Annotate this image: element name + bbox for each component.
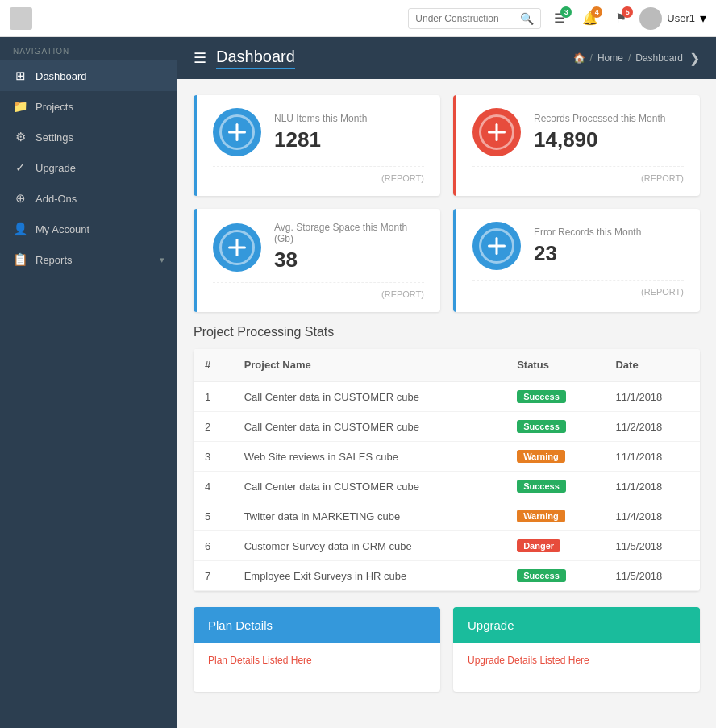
stat-card-nlu: NLU Items this Month 1281 (REPORT)	[194, 95, 440, 196]
status-badge: Success	[517, 480, 566, 493]
main-content: ☰ Dashboard 🏠 / Home / Dashboard ❯	[177, 37, 716, 728]
stat-card-body: Avg. Storage Space this Month (Gb) 38	[213, 222, 424, 272]
stat-icon-inner	[219, 230, 255, 265]
stat-value: 14,890	[534, 127, 684, 152]
row-status: Success	[506, 381, 604, 412]
row-num: 2	[194, 412, 233, 442]
stat-report-link[interactable]: (REPORT)	[213, 282, 424, 299]
row-status: Success	[506, 412, 604, 442]
sidebar-item-reports[interactable]: 📋 Reports ▾	[0, 244, 177, 275]
home-icon[interactable]: 🏠	[573, 52, 585, 64]
row-project-name: Web Site reviews in SALES cube	[233, 442, 506, 472]
sidebar: Navigation ⊞ Dashboard 📁 Projects ⚙ Sett…	[0, 37, 177, 728]
sidebar-item-myaccount[interactable]: 👤 My Account	[0, 214, 177, 244]
topbar-right: 🔍 ☰ 3 🔔 4 ⚑ 5 User1 ▾	[408, 6, 706, 31]
sidebar-item-projects[interactable]: 📁 Projects	[0, 91, 177, 122]
row-project-name: Employee Exit Surveys in HR cube	[233, 561, 506, 591]
plan-details-card: Plan Details Plan Details Listed Here	[194, 607, 440, 692]
stat-report-link[interactable]: (REPORT)	[213, 166, 424, 183]
stat-info-records: Records Processed this Month 14,890	[534, 113, 684, 152]
notification-badge-3: 5	[622, 6, 633, 18]
page-header-right: 🏠 / Home / Dashboard ❯	[573, 51, 700, 66]
col-project-name: Project Name	[233, 349, 506, 381]
stats-row-2: Avg. Storage Space this Month (Gb) 38 (R…	[194, 209, 700, 312]
toggle-sidebar-button[interactable]: ❯	[689, 51, 700, 66]
sidebar-item-label: Settings	[35, 131, 164, 144]
stat-icon-inner	[219, 114, 255, 150]
breadcrumb-home[interactable]: Home	[597, 52, 623, 64]
cross-icon	[228, 123, 246, 141]
stat-report-link[interactable]: (REPORT)	[472, 280, 684, 297]
row-date: 11/2/2018	[604, 412, 700, 442]
sidebar-nav-label: Navigation	[0, 37, 177, 60]
search-wrap[interactable]: 🔍	[408, 8, 541, 29]
stat-info-errors: Error Records this Month 23	[534, 227, 684, 266]
status-badge: Success	[517, 390, 566, 403]
sidebar-item-addons[interactable]: ⊕ Add-Ons	[0, 183, 177, 214]
table-row: 5Twitter data in MARKETING cubeWarning11…	[194, 501, 700, 531]
stat-value: 23	[534, 241, 684, 266]
page-title: Dashboard	[216, 48, 295, 69]
hamburger-menu[interactable]: ☰	[194, 49, 206, 67]
stat-card-body: Error Records this Month 23	[472, 222, 684, 270]
notification-btn-2[interactable]: 🔔 4	[578, 6, 602, 31]
upgrade-card: Upgrade Upgrade Details Listed Here	[453, 607, 700, 692]
project-stats-table-card: # Project Name Status Date 1Call Center …	[194, 349, 700, 591]
row-status: Warning	[506, 501, 604, 531]
stat-value: 38	[274, 248, 424, 272]
user-chevron-icon: ▾	[700, 10, 706, 26]
stat-icon-inner	[479, 114, 514, 150]
row-num: 7	[194, 561, 233, 591]
notification-btn-1[interactable]: ☰ 3	[547, 6, 572, 31]
settings-icon: ⚙	[13, 130, 27, 144]
dashboard-icon: ⊞	[13, 69, 27, 83]
row-status: Danger	[506, 531, 604, 561]
sidebar-item-dashboard[interactable]: ⊞ Dashboard	[0, 60, 177, 91]
cross-icon	[488, 237, 506, 255]
stat-report-link[interactable]: (REPORT)	[472, 166, 684, 183]
breadcrumb-sep: /	[590, 52, 593, 64]
upgrade-header: Upgrade	[453, 607, 700, 643]
user-menu[interactable]: User1 ▾	[639, 7, 706, 30]
sidebar-item-label: My Account	[35, 223, 164, 235]
row-project-name: Call Center data in CUSTOMER cube	[233, 381, 506, 412]
row-num: 5	[194, 501, 233, 531]
row-date: 11/1/2018	[604, 442, 700, 472]
row-date: 11/1/2018	[604, 472, 700, 501]
breadcrumb: 🏠 / Home / Dashboard	[573, 52, 683, 64]
status-badge: Danger	[517, 539, 560, 552]
sidebar-item-upgrade[interactable]: ✓ Upgrade	[0, 152, 177, 183]
dashboard-content: NLU Items this Month 1281 (REPORT)	[177, 79, 716, 728]
status-badge: Warning	[517, 510, 565, 522]
page-header: ☰ Dashboard 🏠 / Home / Dashboard ❯	[177, 37, 716, 79]
row-status: Success	[506, 561, 604, 591]
stat-card-storage: Avg. Storage Space this Month (Gb) 38 (R…	[194, 209, 440, 312]
row-status: Success	[506, 472, 604, 501]
upgrade-icon: ✓	[13, 160, 27, 175]
sidebar-item-label: Upgrade	[35, 162, 164, 174]
sidebar-item-label: Dashboard	[35, 70, 164, 82]
search-input[interactable]	[409, 10, 514, 27]
row-status: Warning	[506, 442, 604, 472]
stat-icon-storage	[213, 223, 261, 272]
stat-card-body: NLU Items this Month 1281	[213, 108, 424, 156]
col-date: Date	[604, 349, 700, 381]
stat-icon-records	[472, 108, 521, 156]
stat-value: 1281	[274, 127, 424, 152]
cross-icon	[488, 123, 506, 141]
stat-icon-nlu	[213, 108, 261, 156]
reports-icon: 📋	[13, 252, 27, 267]
row-date: 11/4/2018	[604, 501, 700, 531]
sidebar-item-label: Reports	[35, 254, 152, 266]
sidebar-item-settings[interactable]: ⚙ Settings	[0, 122, 177, 152]
cross-icon	[228, 239, 246, 256]
breadcrumb-sep2: /	[628, 52, 631, 64]
topbar-left	[10, 7, 32, 30]
page-header-left: ☰ Dashboard	[194, 48, 295, 69]
search-button[interactable]: 🔍	[514, 9, 540, 28]
notification-btn-3[interactable]: ⚑ 5	[609, 6, 633, 31]
table-row: 7Employee Exit Surveys in HR cubeSuccess…	[194, 561, 700, 591]
row-date: 11/1/2018	[604, 381, 700, 412]
row-num: 4	[194, 472, 233, 501]
project-stats-title: Project Processing Stats	[194, 325, 700, 339]
